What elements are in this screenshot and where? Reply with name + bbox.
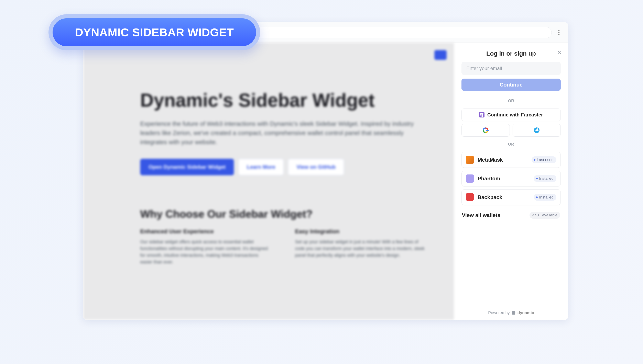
divider: OR — [461, 98, 561, 103]
divider-label: OR — [508, 142, 514, 146]
google-button[interactable] — [461, 124, 510, 136]
view-all-label: View all wallets — [462, 212, 500, 218]
nav-button[interactable] — [434, 50, 447, 60]
farcaster-icon — [479, 112, 484, 118]
wallet-item-backpack[interactable]: Backpack Installed — [461, 189, 561, 205]
brand-name: dynamic — [517, 310, 534, 315]
section-title: Why Choose Our Sidebar Widget? — [140, 208, 425, 220]
browser-menu-icon[interactable] — [556, 30, 562, 35]
callout-text: DYNAMIC SIDEBAR WIDGET — [75, 26, 234, 39]
farcaster-button[interactable]: Continue with Farcaster — [461, 108, 561, 121]
powered-by-label: Powered by — [488, 310, 510, 315]
view-github-button[interactable]: View on GitHub — [288, 159, 344, 175]
hero-description: Experience the future of Web3 interactio… — [140, 119, 425, 146]
available-count: 440+ available — [529, 212, 560, 219]
divider: OR — [461, 142, 561, 146]
email-field[interactable] — [461, 62, 561, 75]
open-widget-button[interactable]: Open Dynamic Sidebar Widget — [140, 159, 234, 175]
feature-desc: Our sidebar widget offers quick access t… — [140, 238, 270, 265]
divider-label: OR — [508, 98, 514, 103]
sidebar-title: Log in or sign up — [486, 50, 536, 57]
callout-pill: DYNAMIC SIDEBAR WIDGET — [49, 14, 260, 50]
phantom-icon — [466, 174, 474, 182]
status-badge: Installed — [534, 175, 556, 182]
browser-window: Dynamic's Sidebar Widget Experience the … — [83, 22, 568, 320]
google-icon — [483, 128, 488, 133]
dynamic-logo-icon — [512, 311, 515, 315]
sidebar-footer: Powered by dynamic — [454, 306, 568, 320]
wallet-name: Phantom — [478, 176, 530, 182]
feature-desc: Set up your sidebar widget in just a min… — [295, 238, 425, 258]
status-badge: Installed — [534, 194, 556, 201]
telegram-icon — [534, 128, 539, 133]
hero-title: Dynamic's Sidebar Widget — [140, 90, 425, 111]
page-main: Dynamic's Sidebar Widget Experience the … — [83, 43, 454, 320]
farcaster-label: Continue with Farcaster — [487, 112, 543, 118]
close-icon[interactable] — [557, 50, 562, 55]
page-top-nav — [434, 50, 447, 60]
wallet-name: MetaMask — [478, 157, 528, 163]
feature-title: Easy Integration — [295, 228, 425, 235]
wallet-name: Backpack — [478, 194, 530, 200]
backpack-icon — [466, 193, 474, 201]
wallet-item-metamask[interactable]: MetaMask Last used — [461, 152, 561, 168]
learn-more-button[interactable]: Learn More — [238, 159, 284, 175]
wallet-item-phantom[interactable]: Phantom Installed — [461, 170, 561, 186]
continue-button[interactable]: Continue — [461, 78, 561, 91]
feature-title: Enhanced User Experience — [140, 228, 270, 235]
status-badge: Last used — [532, 156, 556, 163]
view-all-wallets[interactable]: View all wallets 440+ available — [461, 210, 561, 220]
telegram-button[interactable] — [513, 124, 561, 136]
auth-sidebar: Log in or sign up Continue OR Continue w… — [454, 43, 568, 320]
metamask-icon — [466, 156, 474, 164]
